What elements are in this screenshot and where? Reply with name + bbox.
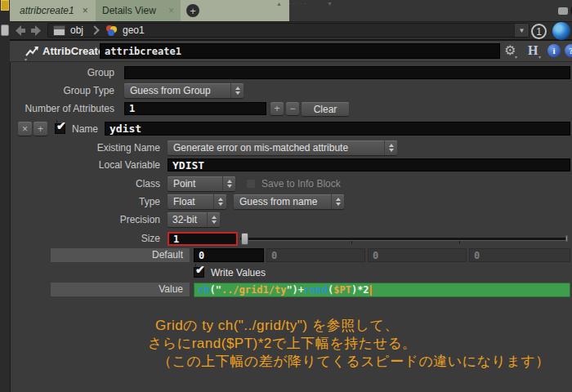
check-icon: ✔ (56, 120, 57, 123)
row-default: Default 0 0 0 0 (0, 248, 572, 262)
row-size: Size 1 (0, 232, 572, 246)
row-num-attributes: Number of Attributes 1 + − Clear (0, 102, 572, 116)
multiparm-insert-button[interactable]: + (34, 122, 47, 136)
breadcrumb-separator-icon (90, 25, 99, 34)
slider-end-cap (565, 235, 568, 242)
tab-attribcreate1[interactable]: attribcreate1 × (15, 0, 93, 21)
pane-maximize-icon[interactable] (558, 7, 568, 15)
breadcrumb-node[interactable]: geo1 (123, 24, 145, 36)
size-slider-track[interactable] (240, 238, 567, 241)
value-expression-input[interactable]: ch (" ../grid1/ty ") + rand ( $PT )*2 (194, 283, 570, 297)
existing-name-value: Generate error on mis-matched attribute (168, 140, 384, 155)
spinner-icon[interactable] (213, 194, 226, 209)
breadcrumb-context[interactable]: obj (70, 24, 83, 36)
houdini-parameter-pane: attribcreate1 × Details View × + ▲ ·····… (0, 0, 572, 392)
chevron-down-icon: ▼ (327, 1, 333, 7)
num-attributes-input[interactable]: 1 (124, 102, 266, 115)
tab-details-view[interactable]: Details View × (96, 0, 181, 21)
expr-op: + (298, 284, 304, 296)
type-guess-select[interactable]: Guess from name (234, 194, 344, 209)
group-label: Group (8, 66, 114, 80)
default-input-1: 0 (266, 248, 365, 262)
clear-button[interactable]: Clear (302, 102, 349, 116)
close-icon[interactable]: × (83, 6, 88, 16)
row-existing-name: Existing Name Generate error on mis-matc… (0, 140, 572, 155)
pane-tab-icon[interactable] (1, 24, 9, 36)
tab-label: Details View (102, 5, 156, 16)
remove-attribute-button[interactable]: − (286, 102, 299, 115)
geometry-node-icon (106, 25, 118, 36)
class-value: Point (168, 176, 222, 191)
save-info-block-label: Save to Info Block (261, 176, 341, 191)
spinner-icon[interactable] (384, 140, 397, 155)
local-variable-input[interactable]: YDIST (168, 158, 570, 172)
size-slider-handle[interactable] (241, 233, 248, 245)
node-header: ▾ AttribCreate ⚙ ▾ H ▾ i ? (10, 41, 572, 62)
write-values-checkbox[interactable]: ✔ (194, 267, 204, 278)
default-label: Default (152, 249, 183, 261)
type-label: Type (16, 194, 160, 209)
row-name: × + ✔ Name ydist (0, 122, 572, 136)
type-guess-value: Guess from name (234, 194, 331, 209)
row-group-type: Group Type Guess from Group (0, 83, 572, 98)
h-caret-icon: ▾ (538, 54, 541, 60)
link-badge[interactable]: 1 (531, 24, 547, 39)
houdini-swirl-icon[interactable] (552, 22, 570, 40)
text-cursor (370, 285, 372, 296)
slider-tick (351, 241, 352, 244)
precision-value: 32-bit (168, 212, 207, 227)
name-label: Name (72, 122, 98, 136)
spinner-icon[interactable] (331, 194, 344, 209)
node-menu-caret-icon: ▾ (25, 56, 27, 62)
annotation-line-2: さらにrand($PT)*2で上下幅を持たせる。 (148, 334, 417, 353)
expr-punct: ") (286, 284, 297, 296)
shelf-tool-icon[interactable] (1, 0, 9, 11)
node-path-field[interactable]: obj geo1 ▼ (47, 23, 530, 38)
size-input[interactable]: 1 (168, 232, 238, 246)
row-class: Class Point Save to Info Block (0, 176, 572, 191)
node-name-input[interactable] (100, 43, 500, 59)
type-value: Float (168, 194, 213, 209)
houdini-menu-icon[interactable]: H (528, 42, 538, 59)
expr-fn: ch (198, 284, 209, 296)
group-input[interactable] (124, 66, 570, 79)
help-icon[interactable]: ? (565, 44, 572, 57)
name-enable-checkbox[interactable]: ✔ (55, 123, 65, 134)
value-label: Value (159, 283, 183, 295)
default-input-3: 0 (469, 248, 570, 262)
pane-tab-bar: attribcreate1 × Details View × + ▲ ·····… (10, 0, 572, 22)
precision-select[interactable]: 32-bit (168, 212, 220, 227)
spinner-icon[interactable] (207, 212, 220, 227)
slider-tick (459, 241, 460, 244)
close-icon[interactable]: × (168, 6, 174, 16)
default-label-bar: Default (51, 248, 190, 262)
value-label-bar: Value (51, 283, 190, 296)
expr-fn: rand (304, 284, 328, 296)
row-local-variable: Local Variable YDIST (0, 158, 572, 172)
expr-path: ../grid1/ty (221, 284, 286, 296)
group-type-select[interactable]: Guess from Group (124, 83, 244, 98)
path-history-dropdown-icon[interactable]: ▼ (514, 24, 529, 37)
info-icon[interactable]: i (547, 44, 561, 57)
default-input-0[interactable]: 0 (194, 248, 264, 262)
row-value: Value ch (" ../grid1/ty ") + rand ( $PT … (0, 283, 572, 297)
num-attributes-label: Number of Attributes (8, 102, 114, 116)
spinner-icon[interactable] (230, 83, 244, 98)
path-bar: obj geo1 ▼ 1 (10, 22, 572, 41)
check-icon: ✔ (195, 264, 196, 267)
existing-name-select[interactable]: Generate error on mis-matched attribute (168, 140, 397, 155)
forward-icon[interactable] (29, 24, 42, 37)
multiparm-delete-button[interactable]: × (18, 122, 32, 136)
gear-caret-icon: ▾ (515, 54, 517, 60)
new-tab-icon[interactable]: + (186, 4, 199, 17)
save-info-block-checkbox (246, 179, 256, 189)
size-label: Size (16, 232, 160, 246)
class-select[interactable]: Point (168, 176, 235, 191)
type-select[interactable]: Float (168, 194, 226, 209)
spinner-icon[interactable] (222, 176, 235, 191)
add-attribute-button[interactable]: + (270, 102, 284, 115)
expr-punct: (" (209, 284, 221, 296)
name-input[interactable]: ydist (105, 122, 570, 136)
row-type: Type Float Guess from name (0, 194, 572, 209)
back-icon[interactable] (14, 24, 27, 37)
